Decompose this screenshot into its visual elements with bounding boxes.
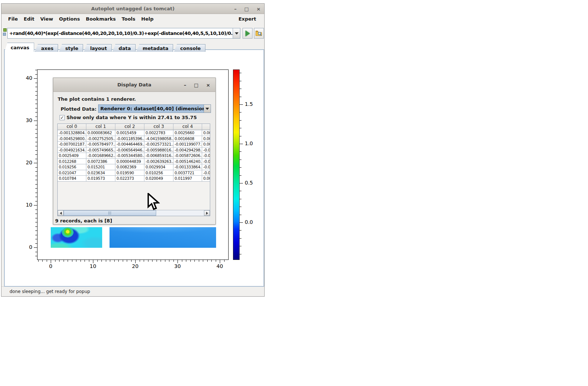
table-cell[interactable]: 0.021047 bbox=[58, 170, 86, 176]
table-header-cell[interactable]: col 3 bbox=[144, 124, 173, 130]
menu-help[interactable]: Help bbox=[138, 16, 156, 22]
table-cell[interactable]: 0.0072386 bbox=[86, 159, 115, 165]
table-cell[interactable]: -0.002573321... bbox=[144, 142, 173, 147]
table-cell[interactable]: -0.0 bbox=[202, 170, 210, 176]
table-cell[interactable]: -0.004464469... bbox=[115, 142, 144, 147]
table-cell[interactable]: -0.005784977... bbox=[86, 142, 115, 147]
table-header-cell[interactable] bbox=[202, 124, 210, 130]
minimize-icon[interactable]: – bbox=[234, 7, 237, 11]
table-cell[interactable]: 0.000083662 bbox=[86, 130, 115, 136]
table-header-cell[interactable]: col 1 bbox=[86, 124, 115, 130]
plotted-data-dropdown-button[interactable] bbox=[204, 105, 211, 112]
table-cell[interactable]: -0.006859316... bbox=[144, 153, 173, 159]
table-cell[interactable]: -0.002752505... bbox=[86, 136, 115, 142]
table-cell[interactable]: -0.0 bbox=[202, 147, 210, 153]
table-row[interactable]: 0.0122680.00723860.000044839-0.002639263… bbox=[58, 159, 210, 165]
dialog-minimize-icon[interactable]: – bbox=[184, 82, 186, 88]
horizontal-scrollbar[interactable] bbox=[58, 210, 210, 216]
tab-layout[interactable]: layout bbox=[84, 44, 112, 52]
go-button[interactable] bbox=[243, 28, 252, 39]
table-cell[interactable]: -0.006564946... bbox=[115, 147, 144, 153]
uri-input[interactable]: +rand(40,40)*(exp(-distance(40,40,20,20,… bbox=[8, 31, 233, 36]
table-cell[interactable]: 0.022373 bbox=[115, 176, 144, 182]
table-cell[interactable]: -0.005344580... bbox=[115, 153, 144, 159]
window-titlebar[interactable]: Autoplot untagged (as tomcat) – □ × bbox=[1, 4, 264, 14]
menu-options[interactable]: Options bbox=[56, 16, 83, 22]
expert-toggle[interactable]: Expert bbox=[239, 16, 261, 22]
table-header-cell[interactable]: col 2 bbox=[115, 124, 144, 130]
table-cell[interactable]: 0.010256 bbox=[144, 170, 173, 176]
table-row[interactable]: -0.004921634...-0.005749665...-0.0065649… bbox=[58, 147, 210, 153]
table-cell[interactable]: 0.0037721 bbox=[173, 170, 202, 176]
menu-edit[interactable]: Edit bbox=[21, 16, 37, 22]
table-cell[interactable]: 0.0015459 bbox=[115, 130, 144, 136]
uri-dropdown-button[interactable] bbox=[233, 28, 240, 38]
table-cell[interactable]: -0.001199077... bbox=[173, 142, 202, 147]
scrollbar-track[interactable] bbox=[156, 210, 204, 216]
tab-axes[interactable]: axes bbox=[35, 44, 58, 52]
table-cell[interactable]: 0.00 bbox=[202, 142, 210, 147]
table-cell[interactable]: 0.00 bbox=[202, 136, 210, 142]
table-cell[interactable]: -0.004294298... bbox=[173, 147, 202, 153]
table-row[interactable]: 0.0210470.0236340.0195900.0102560.003772… bbox=[58, 170, 210, 176]
dialog-close-icon[interactable]: × bbox=[206, 82, 210, 88]
table-cell[interactable]: -0.005749665... bbox=[86, 147, 115, 153]
dialog-titlebar[interactable]: Display Data – □ × bbox=[53, 78, 215, 92]
table-cell[interactable]: -0.002639263... bbox=[144, 159, 173, 165]
table-row[interactable]: -0.007002187...-0.005784977...-0.0044644… bbox=[58, 142, 210, 147]
tab-data[interactable]: data bbox=[112, 44, 136, 52]
table-cell[interactable]: -0.0 bbox=[202, 164, 210, 170]
table-row[interactable]: 0.0192560.0152010.00823690.0029934-0.001… bbox=[58, 164, 210, 170]
table-cell[interactable]: 0.0025660 bbox=[173, 130, 202, 136]
table-header-cell[interactable]: col 0 bbox=[58, 124, 86, 130]
table-cell[interactable]: 0.011997 bbox=[173, 176, 202, 182]
inspect-uri-button[interactable] bbox=[254, 28, 264, 39]
table-cell[interactable]: 0.019590 bbox=[115, 170, 144, 176]
table-cell[interactable]: -0.001689662... bbox=[86, 153, 115, 159]
tab-console[interactable]: console bbox=[174, 44, 205, 52]
table-header-cell[interactable]: col 4 bbox=[173, 124, 202, 130]
scrollbar-thumb[interactable] bbox=[64, 210, 156, 216]
table-cell[interactable]: 0.015201 bbox=[86, 164, 115, 170]
tab-canvas[interactable]: canvas bbox=[4, 43, 34, 52]
table-cell[interactable]: 0.019256 bbox=[58, 164, 86, 170]
table-cell[interactable]: 0.0016608 bbox=[173, 136, 202, 142]
maximize-icon[interactable]: □ bbox=[244, 7, 249, 11]
table-cell[interactable]: 0.00 bbox=[202, 130, 210, 136]
table-cell[interactable]: 0.0022783 bbox=[144, 130, 173, 136]
table-cell[interactable]: 0.0029934 bbox=[144, 164, 173, 170]
table-cell[interactable]: -0.0 bbox=[202, 159, 210, 165]
scroll-right-button[interactable] bbox=[204, 210, 210, 216]
table-cell[interactable]: 0.000044839 bbox=[115, 159, 144, 165]
table-cell[interactable]: 0.019573 bbox=[86, 176, 115, 182]
table-cell[interactable]: 0.0082369 bbox=[115, 164, 144, 170]
table-cell[interactable]: -0.004921634... bbox=[58, 147, 86, 153]
table-cell[interactable]: -4.041598058... bbox=[144, 136, 173, 142]
data-table[interactable]: col 0col 1col 2col 3col 4-0.001328804...… bbox=[58, 124, 210, 182]
dialog-maximize-icon[interactable]: □ bbox=[194, 82, 198, 88]
menu-view[interactable]: View bbox=[37, 16, 56, 22]
tab-style[interactable]: style bbox=[59, 44, 83, 52]
menu-bookmarks[interactable]: Bookmarks bbox=[83, 16, 119, 22]
table-cell[interactable]: 0.00 bbox=[202, 176, 210, 182]
table-cell[interactable]: -0.005872606... bbox=[173, 153, 202, 159]
tab-metadata[interactable]: metadata bbox=[136, 44, 173, 52]
y-filter-checkbox[interactable]: ✓ bbox=[60, 115, 65, 120]
table-cell[interactable]: 0.020049 bbox=[144, 176, 173, 182]
table-cell[interactable]: 0.0025409 bbox=[58, 153, 86, 159]
table-row[interactable]: 0.0025409-0.001689662...-0.005344580...-… bbox=[58, 153, 210, 159]
menu-tools[interactable]: Tools bbox=[119, 16, 138, 22]
table-cell[interactable]: -0.005146240... bbox=[173, 159, 202, 165]
table-cell[interactable]: -0.0 bbox=[202, 153, 210, 159]
menu-file[interactable]: File bbox=[5, 16, 21, 22]
close-icon[interactable]: × bbox=[257, 7, 261, 11]
scroll-left-button[interactable] bbox=[58, 210, 64, 216]
table-cell[interactable]: -0.005988016... bbox=[144, 147, 173, 153]
table-cell[interactable]: 0.023634 bbox=[86, 170, 115, 176]
table-cell[interactable]: 0.012268 bbox=[58, 159, 86, 165]
table-cell[interactable]: 0.010784 bbox=[58, 176, 86, 182]
table-cell[interactable]: -0.007002187... bbox=[58, 142, 86, 147]
table-cell[interactable]: -0.001185396... bbox=[115, 136, 144, 142]
plotted-data-combobox[interactable]: Renderer 0: dataset[40,40] (dimension... bbox=[98, 104, 211, 113]
uri-combobox[interactable]: +rand(40,40)*(exp(-distance(40,40,20,20,… bbox=[7, 28, 240, 39]
